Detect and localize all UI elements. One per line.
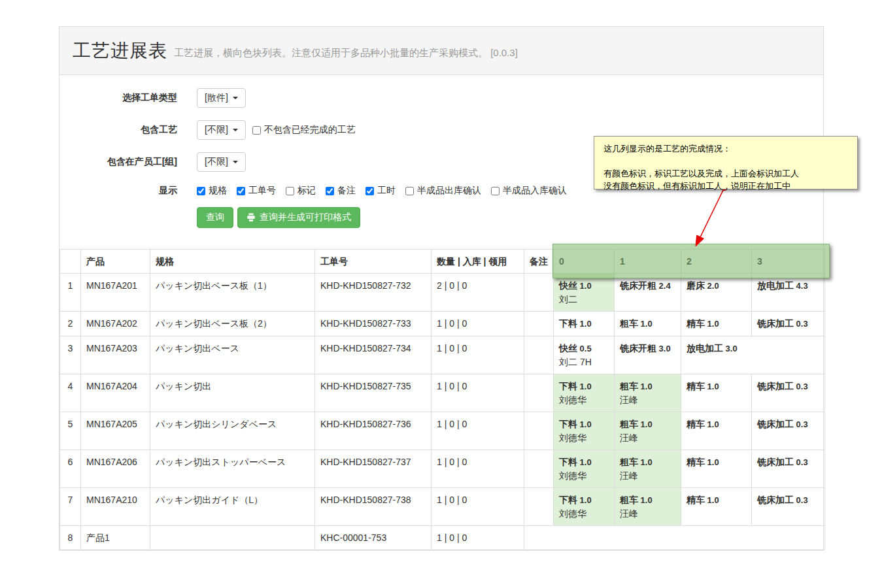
row-number: 5 (60, 412, 81, 450)
tooltip-line (603, 155, 848, 167)
process-cell: 下料 1.0 (554, 312, 615, 336)
exclude-finished-checkbox[interactable] (252, 126, 261, 135)
order-cell: KHC-00001-753 (315, 526, 432, 550)
process-cell: 精车 1.0 (681, 488, 752, 526)
process-cell: 铣床开粗 3.0 (615, 336, 681, 374)
process-cell: 磨床 2.0 (681, 274, 752, 312)
display-option-checkbox[interactable] (286, 187, 294, 195)
order-type-value: [散件] (205, 92, 228, 104)
column-header: 产品 (81, 250, 150, 274)
order-type-dropdown[interactable]: [散件] (197, 88, 246, 108)
display-option[interactable]: 工时 (365, 185, 396, 197)
process-cell: 铣床加工 0.3 (752, 312, 825, 336)
display-option-label: 工单号 (248, 185, 276, 197)
process-worker: 刘德华 (559, 507, 609, 520)
process-cell: 粗车 1.0汪峰 (615, 488, 681, 526)
table-row: 7MN167A210パッキン切出ガイド（L）KHD-KHD150827-7381… (60, 488, 825, 526)
display-option[interactable]: 规格 (197, 185, 227, 197)
spec-cell: パッキン切出ベース (150, 336, 315, 374)
product-cell: 产品1 (81, 526, 150, 550)
worker-group-dropdown[interactable]: [不限] (197, 152, 246, 172)
display-option-label: 标记 (297, 185, 316, 197)
process-worker: 汪峰 (620, 431, 675, 444)
process-cell: 快丝 0.5刘二 7H (554, 336, 615, 374)
spec-cell: パッキン切出シリンダベース (150, 412, 315, 450)
display-option-checkbox[interactable] (326, 187, 334, 195)
process-cell: 精车 1.0 (681, 374, 752, 412)
qty-cell: 1 | 0 | 0 (432, 488, 524, 526)
display-option[interactable]: 半成品入库确认 (491, 185, 567, 197)
table-row: 4MN167A204パッキン切出KHD-KHD150827-7351 | 0 |… (60, 374, 825, 412)
qty-cell: 1 | 0 | 0 (432, 374, 524, 412)
display-option-label: 半成品出库确认 (417, 185, 481, 197)
display-option-checkbox[interactable] (237, 187, 245, 195)
spec-cell: パッキン切出 (150, 374, 315, 412)
display-option[interactable]: 标记 (286, 185, 316, 197)
include-process-label: 包含工艺 (59, 124, 177, 136)
form-row-buttons: 查询 查询并生成可打印格式 (197, 207, 823, 228)
product-cell: MN167A205 (81, 412, 150, 450)
exclude-finished-option[interactable]: 不包含已经完成的工艺 (252, 124, 356, 136)
tooltip-line: 有颜色标识，标识工艺以及完成，上面会标识加工人 (603, 167, 848, 180)
column-header: 规格 (150, 250, 315, 274)
display-option-checkbox[interactable] (365, 187, 374, 195)
query-button[interactable]: 查询 (197, 207, 233, 228)
process-cell: 下料 1.0刘德华 (554, 488, 615, 526)
display-option-checkbox[interactable] (405, 187, 414, 195)
order-cell: KHD-KHD150827-737 (315, 450, 432, 488)
tooltip-line: 这几列显示的是工艺的完成情况： (603, 142, 848, 155)
note-cell (524, 274, 554, 312)
printer-icon (246, 213, 256, 222)
order-cell: KHD-KHD150827-732 (315, 274, 432, 312)
display-option-checkbox[interactable] (197, 187, 205, 195)
process-cell: 铣床加工 0.3 (752, 374, 825, 412)
row-number: 2 (60, 312, 81, 336)
annotation-tooltip: 这几列显示的是工艺的完成情况：有颜色标识，标识工艺以及完成，上面会标识加工人没有… (594, 136, 858, 189)
process-cell: 放电加工 3.0 (681, 336, 825, 374)
process-worker: 刘德华 (559, 431, 609, 444)
include-process-dropdown[interactable]: [不限] (197, 120, 246, 140)
worker-group-value: [不限] (205, 156, 228, 168)
process-cell: 下料 1.0刘德华 (554, 412, 615, 450)
spec-cell: パッキン切出ベース板（2） (150, 312, 315, 336)
order-type-label: 选择工单类型 (59, 92, 177, 104)
order-cell: KHD-KHD150827-735 (315, 374, 432, 412)
qty-cell: 1 | 0 | 0 (432, 412, 524, 450)
process-cell: 精车 1.0 (681, 450, 752, 488)
product-cell: MN167A210 (81, 488, 150, 526)
chevron-down-icon (233, 97, 238, 99)
table-row: 5MN167A205パッキン切出シリンダベースKHD-KHD150827-736… (60, 412, 825, 450)
exclude-finished-label: 不包含已经完成的工艺 (264, 124, 356, 136)
process-worker: 刘德华 (559, 393, 609, 406)
column-header: 3 (752, 250, 825, 274)
panel-header: 工艺进展表 工艺进展，横向色块列表。注意仅适用于多品种小批量的生产采购模式。 [… (59, 27, 823, 75)
display-option[interactable]: 工单号 (237, 185, 276, 197)
process-worker: 刘二 7H (559, 355, 609, 368)
process-cell: 下料 1.0刘德华 (554, 450, 615, 488)
display-option-label: 规格 (209, 185, 227, 197)
product-cell: MN167A204 (81, 374, 150, 412)
order-cell: KHD-KHD150827-733 (315, 312, 432, 336)
qty-cell: 1 | 0 | 0 (432, 312, 524, 336)
include-process-value: [不限] (205, 124, 228, 136)
display-option[interactable]: 备注 (326, 185, 356, 197)
spec-cell (150, 526, 315, 550)
row-number: 8 (60, 526, 81, 550)
note-cell (524, 412, 554, 450)
process-worker: 刘德华 (559, 469, 609, 482)
note-cell (524, 526, 825, 550)
table-row: 1MN167A201パッキン切出ベース板（1）KHD-KHD150827-732… (60, 274, 825, 312)
process-cell: 精车 1.0 (681, 312, 752, 336)
table-row: 6MN167A206パッキン切出ストッパーベースKHD-KHD150827-73… (60, 450, 825, 488)
column-header: 工单号 (315, 250, 432, 274)
chevron-down-icon (233, 161, 238, 163)
display-option-checkbox[interactable] (491, 187, 500, 195)
row-number: 7 (60, 488, 81, 526)
page-title: 工艺进展表 (73, 39, 167, 63)
query-button-label: 查询 (206, 212, 224, 223)
process-cell: 铣床加工 0.3 (752, 412, 825, 450)
display-option[interactable]: 半成品出库确认 (405, 185, 481, 197)
query-print-button[interactable]: 查询并生成可打印格式 (237, 207, 360, 228)
process-cell: 快丝 1.0刘二 (554, 274, 615, 312)
product-cell: MN167A202 (81, 312, 150, 336)
